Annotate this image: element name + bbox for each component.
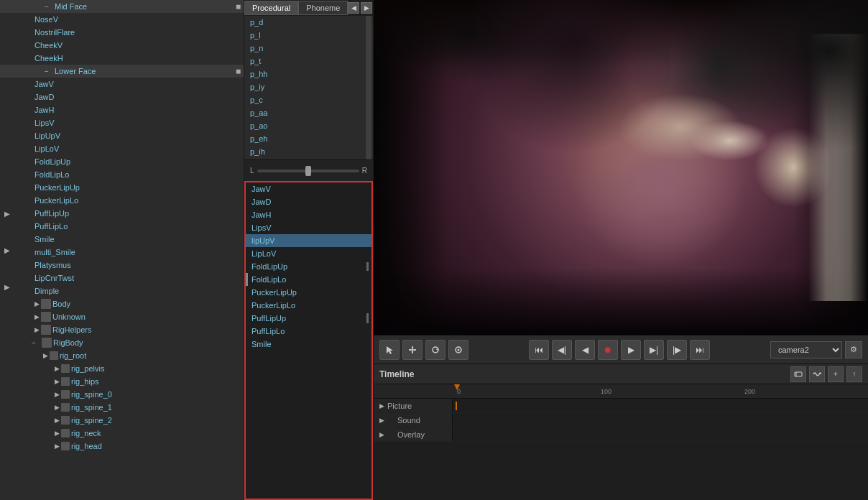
timeline-key-btn[interactable]	[790, 366, 806, 382]
hl-item-pufflipup[interactable]: PuffLipUp	[246, 312, 371, 325]
tab-icon-right[interactable]: ▶	[361, 2, 372, 14]
phoneme-p_eh[interactable]: p_eh	[244, 132, 373, 145]
tab-icon-left[interactable]: ◀	[348, 2, 359, 14]
fast-fwd-btn[interactable]: ⏭	[690, 340, 710, 360]
phoneme-p_hh[interactable]: p_hh	[244, 68, 373, 80]
tree-item-rig-spine2[interactable]: ▶ rig_spine_2	[0, 414, 244, 427]
phoneme-p_d[interactable]: p_d	[244, 16, 373, 29]
tree-item-rig-spine0[interactable]: ▶ rig_spine_0	[0, 388, 244, 401]
overlay-arrow-icon: ▶	[379, 431, 384, 438]
tree-item-smile[interactable]: Smile	[0, 233, 244, 246]
play-btn[interactable]: ▶	[621, 340, 641, 360]
list-scrollbar[interactable]	[366, 16, 371, 159]
tree-item-rig-hips[interactable]: ▶ rig_hips	[0, 375, 244, 388]
tree-item-jawv[interactable]: JawV	[0, 78, 244, 91]
group-midface[interactable]: − Mid Face ◼	[0, 0, 244, 13]
timeline-picture-content[interactable]	[453, 399, 868, 412]
phoneme-p_ao[interactable]: p_ao	[244, 119, 373, 132]
hl-item-lipsv[interactable]: LipsV	[246, 221, 371, 234]
group-body[interactable]: ▶ Body	[0, 297, 244, 310]
tree-item-pufflipup[interactable]: PuffLipUp	[0, 207, 244, 220]
tree-item-jawh[interactable]: JawH	[0, 103, 244, 116]
tree-item-puckerlipup[interactable]: PuckerLipUp	[0, 181, 244, 194]
timeline-up-btn[interactable]: ↑	[846, 366, 862, 382]
settings-btn[interactable]: ⚙	[845, 341, 862, 358]
rigroot-icon	[50, 351, 58, 360]
tree-item-rig-head[interactable]: ▶ rig_head	[0, 440, 244, 453]
camera-select[interactable]: camera2 camera1 camera3	[770, 341, 842, 358]
tree-item-dimple[interactable]: Dimple	[0, 284, 244, 297]
panel-arrow-bot[interactable]: ▶	[1, 283, 13, 291]
tree-item-rig-spine1[interactable]: ▶ rig_spine_1	[0, 401, 244, 414]
svg-marker-4	[412, 351, 414, 353]
lr-slider[interactable]	[257, 170, 359, 172]
tab-procedural[interactable]: Procedural	[244, 1, 298, 15]
tree-item-lipupv[interactable]: LipUpV	[0, 129, 244, 142]
hl-item-foldliplo[interactable]: FoldLipLo	[246, 273, 371, 286]
step-fwd-btn[interactable]: ▶|	[644, 340, 664, 360]
phoneme-list[interactable]: p_d p_l p_n p_t p_hh p_iy p_c p_aa p_ao …	[244, 16, 373, 159]
tree-item-cheekh[interactable]: CheekH	[0, 52, 244, 65]
hl-item-puckerliplo[interactable]: PuckerLipLo	[246, 299, 371, 312]
panel-arrow-mid[interactable]: ▶	[1, 246, 13, 254]
next-key-btn[interactable]: |▶	[667, 340, 687, 360]
tree-item-puckerliplo[interactable]: PuckerLipLo	[0, 194, 244, 207]
phoneme-p_iy[interactable]: p_iy	[244, 80, 373, 93]
tree-item-multismile[interactable]: multi_Smile	[0, 246, 244, 259]
phoneme-p_n[interactable]: p_n	[244, 42, 373, 55]
tree-item-liplov[interactable]: LipLoV	[0, 142, 244, 155]
phoneme-p_t[interactable]: p_t	[244, 55, 373, 68]
hl-item-jawd[interactable]: JawD	[246, 195, 371, 208]
tree-item-jawd[interactable]: JawD	[0, 91, 244, 103]
group-lowerface[interactable]: − Lower Face ◼	[0, 65, 244, 78]
highlighted-phoneme-list[interactable]: JawV JawD JawH LipsV lipUpV LipLoV FoldL…	[244, 181, 373, 500]
lr-slider-thumb[interactable]	[305, 166, 311, 176]
tab-phoneme[interactable]: Phoneme	[298, 1, 348, 15]
timeline-sound-content[interactable]	[453, 413, 868, 427]
hl-item-smile[interactable]: Smile	[246, 338, 371, 351]
phoneme-p_aa[interactable]: p_aa	[244, 106, 373, 119]
record-btn[interactable]: ⏺	[598, 340, 618, 360]
hl-item-lipupv[interactable]: lipUpV	[246, 234, 371, 247]
hl-item-jawv[interactable]: JawV	[246, 182, 371, 195]
target-tool-btn[interactable]	[448, 340, 468, 360]
phoneme-p_c[interactable]: p_c	[244, 93, 373, 106]
tree-item-foldlipup[interactable]: FoldLipUp	[0, 155, 244, 168]
tree-item-cheekv[interactable]: CheekV	[0, 39, 244, 52]
hl-item-jawh[interactable]: JawH	[246, 208, 371, 221]
timeline-add-btn[interactable]: +	[828, 366, 844, 382]
collapse-rigbody-icon: −	[32, 339, 40, 347]
tree-item-foldliplo[interactable]: FoldLipLo	[0, 168, 244, 181]
hl-item-puckerlipup[interactable]: PuckerLipUp	[246, 286, 371, 299]
scene-tree[interactable]: ▶ ▶ ▶ − Mid Face ◼ NoseV NostrilFlare Ch…	[0, 0, 244, 500]
tree-item-lipsv[interactable]: LipsV	[0, 116, 244, 129]
timeline-row-sound[interactable]: ▶ Sound	[374, 413, 868, 427]
prev-key-btn[interactable]: ◀|	[552, 340, 572, 360]
tree-item-lipcnrtwst[interactable]: LipCnrTwst	[0, 272, 244, 284]
hl-item-liplov[interactable]: LipLoV	[246, 247, 371, 260]
tree-item-nostrilflare[interactable]: NostrilFlare	[0, 26, 244, 39]
move-tool-btn[interactable]	[402, 340, 423, 360]
tree-item-rig-pelvis[interactable]: ▶ rig_pelvis	[0, 362, 244, 375]
timeline-row-picture[interactable]: ▶ Picture	[374, 399, 868, 413]
tree-item-rig-root[interactable]: ▶ rig_root	[0, 349, 244, 362]
hl-item-puffliplo[interactable]: PuffLipLo	[246, 325, 371, 338]
group-rigbody[interactable]: − RigBody	[0, 336, 244, 349]
tree-item-platysmus[interactable]: Platysmus	[0, 259, 244, 272]
step-back-btn[interactable]: ◀	[575, 340, 595, 360]
panel-arrow-top[interactable]: ▶	[1, 210, 13, 218]
rewind-btn[interactable]: ⏮	[529, 340, 549, 360]
tree-item-puffliplo[interactable]: PuffLipLo	[0, 220, 244, 233]
select-tool-btn[interactable]	[379, 340, 400, 360]
phoneme-p_ih[interactable]: p_ih	[244, 145, 373, 158]
rotate-tool-btn[interactable]	[425, 340, 445, 360]
group-righelpers[interactable]: ▶ RigHelpers	[0, 323, 244, 336]
tree-item-rig-neck[interactable]: ▶ rig_neck	[0, 427, 244, 440]
hl-item-foldlipup[interactable]: FoldLipUp	[246, 260, 371, 273]
phoneme-p_l[interactable]: p_l	[244, 29, 373, 42]
group-unknown[interactable]: ▶ Unknown	[0, 310, 244, 323]
timeline-overlay-content[interactable]	[453, 427, 868, 441]
tree-item-nosev[interactable]: NoseV	[0, 13, 244, 26]
timeline-row-overlay[interactable]: ▶ Overlay	[374, 427, 868, 442]
timeline-wave-btn[interactable]	[809, 366, 825, 382]
